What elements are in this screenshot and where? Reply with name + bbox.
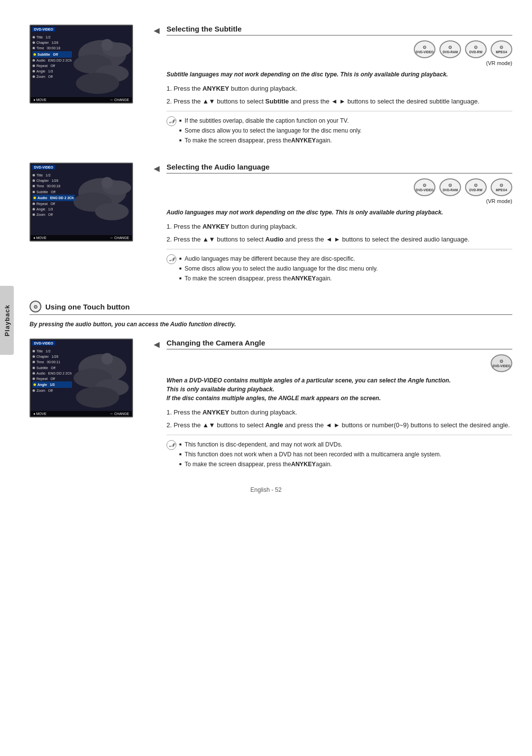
camera-steps: 1. Press the ANYKEY button during playba… (166, 408, 512, 430)
sidebar-tab: Playback (0, 286, 14, 355)
svg-point-11 (101, 177, 113, 188)
camera-note-1: This function is disc-dependent, and may… (179, 440, 441, 449)
audio-note-3: To make the screen disappear, press the … (179, 274, 378, 283)
svg-point-5 (76, 73, 119, 94)
camera-warning: When a DVD-VIDEO contains multiple angle… (166, 376, 512, 403)
badge-dvd-rw-2: ⊙DVD-RW (465, 178, 487, 196)
audio-arrow (153, 163, 163, 173)
subtitle-screenshot: DVD-VIDEO Title 1/2 Chapter 1/26 Time 00… (30, 25, 138, 103)
dvd-menu-subtitle: Title 1/2 Chapter 1/26 Time 00:00:18 Sub… (33, 34, 72, 80)
touch-heading-container: ⊙ Using one Touch button (30, 301, 512, 315)
subtitle-divider (166, 111, 512, 111)
subtitle-heading: Selecting the Subtitle (166, 25, 512, 35)
audio-step-1: 1. Press the ANYKEY button during playba… (166, 222, 512, 232)
subtitle-arrow (153, 25, 163, 35)
audio-content: Selecting the Audio language ⊙DVD-VIDEO … (166, 163, 512, 286)
touch-heading: Using one Touch button (45, 303, 130, 311)
audio-format-icons: ⊙DVD-VIDEO ⊙DVD-RAM ⊙DVD-RW ⊙MPEG4 (166, 178, 512, 196)
badge-dvd-video-1: ⊙DVD-VIDEO (414, 40, 435, 58)
audio-section: DVD-VIDEO Title 1/2 Chapter 1/26 Time 00… (30, 163, 512, 286)
page-footer: English - 52 (0, 486, 532, 508)
camera-arrow (153, 339, 163, 349)
camera-step-2: 2. Press the ▲▼ buttons to select Angle … (166, 420, 512, 430)
touch-body: By pressing the audio button, you can ac… (30, 320, 512, 329)
sidebar-label: Playback (3, 305, 11, 336)
audio-note-1: Audio languages may be different because… (179, 254, 378, 263)
camera-section: DVD-VIDEO Title 1/2 Chapter 1/26 Time 00… (30, 339, 512, 472)
subtitle-steps: 1. Press the ANYKEY button during playba… (166, 84, 512, 106)
touch-section-icon: ⊙ (30, 301, 41, 312)
svg-point-10 (95, 203, 129, 220)
svg-marker-12 (154, 166, 160, 172)
bird-background (63, 26, 132, 103)
audio-steps: 1. Press the ANYKEY button during playba… (166, 222, 512, 244)
audio-notes: Audio languages may be different because… (179, 254, 378, 284)
audio-screenshot: DVD-VIDEO Title 1/2 Chapter 1/26 Time 00… (30, 163, 138, 241)
dvd-label-camera: DVD-VIDEO (32, 341, 55, 345)
dvd-label-audio: DVD-VIDEO (32, 165, 55, 170)
dvd-bottom-camera: ♦ MOVE↔ CHANGE (31, 411, 132, 416)
audio-vr-mode: (VR mode) (166, 198, 512, 204)
dvd-screen-camera: DVD-VIDEO Title 1/2 Chapter 1/26 Time 00… (30, 339, 133, 417)
dvd-bottom-audio: ♦ MOVE↔ CHANGE (31, 235, 132, 241)
camera-note-container: 𝒩 This function is disc-dependent, and m… (166, 440, 512, 470)
dvd-bottom-subtitle: ♦ MOVE↔ CHANGE (31, 97, 132, 103)
subtitle-step-1: 1. Press the ANYKEY button during playba… (166, 84, 512, 94)
subtitle-vr-mode: (VR mode) (166, 60, 512, 66)
subtitle-warning: Subtitle languages may not work dependin… (166, 70, 512, 79)
badge-dvd-video-3: ⊙DVD-VIDEO (491, 354, 512, 372)
subtitle-notes: If the subtitles overlap, disable the ca… (179, 116, 362, 146)
dvd-screen-subtitle: DVD-VIDEO Title 1/2 Chapter 1/26 Time 00… (30, 25, 133, 103)
subtitle-section: DVD-VIDEO Title 1/2 Chapter 1/26 Time 00… (30, 25, 512, 148)
svg-marker-6 (154, 28, 160, 34)
camera-format-icons: ⊙DVD-VIDEO (166, 354, 512, 372)
subtitle-note-icon: 𝒩 (166, 116, 176, 126)
camera-note-3: To make the screen disappear, press the … (179, 460, 441, 469)
audio-note-icon: 𝒩 (166, 254, 176, 264)
camera-notes: This function is disc-dependent, and may… (179, 440, 441, 470)
audio-warning: Audio languages may not work depending o… (166, 208, 512, 217)
camera-content: Changing the Camera Angle ⊙DVD-VIDEO Whe… (166, 339, 512, 472)
svg-marker-18 (154, 342, 160, 348)
subtitle-format-icons: ⊙DVD-VIDEO ⊙DVD-RAM ⊙DVD-RW ⊙MPEG4 (166, 40, 512, 58)
audio-step-2: 2. Press the ▲▼ buttons to select Audio … (166, 235, 512, 244)
footer-text: English - 52 (250, 486, 281, 493)
subtitle-note-container: 𝒩 If the subtitles overlap, disable the … (166, 116, 512, 146)
camera-step-1: 1. Press the ANYKEY button during playba… (166, 408, 512, 417)
subtitle-note-1: If the subtitles overlap, disable the ca… (179, 116, 362, 125)
badge-dvd-ram-1: ⊙DVD-RAM (439, 40, 461, 58)
dvd-menu-audio: Title 1/2 Chapter 1/26 Time 00:00:18 Sub… (33, 172, 75, 218)
camera-heading: Changing the Camera Angle (166, 339, 512, 349)
subtitle-content: Selecting the Subtitle ⊙DVD-VIDEO ⊙DVD-R… (166, 25, 512, 148)
dvd-menu-camera: Title 1/2 Chapter 1/26 Time 00:00:11 Sub… (33, 348, 72, 394)
svg-point-4 (101, 39, 113, 50)
camera-screenshot: DVD-VIDEO Title 1/2 Chapter 1/26 Time 00… (30, 339, 138, 417)
subtitle-note-3: To make the screen disappear, press the … (179, 136, 362, 145)
camera-note-icon: 𝒩 (166, 440, 176, 450)
subtitle-note-2: Some discs allow you to select the langu… (179, 126, 362, 135)
badge-mpeg4-2: ⊙MPEG4 (491, 178, 512, 196)
subtitle-step-2: 2. Press the ▲▼ buttons to select Subtit… (166, 97, 512, 106)
dvd-label-subtitle: DVD-VIDEO (32, 27, 55, 32)
camera-note-2: This function does not work when a DVD h… (179, 450, 441, 459)
badge-mpeg4-1: ⊙MPEG4 (491, 40, 512, 58)
badge-dvd-rw-1: ⊙DVD-RW (465, 40, 487, 58)
audio-divider (166, 249, 512, 249)
audio-note-2: Some discs allow you to select the audio… (179, 264, 378, 273)
badge-dvd-ram-2: ⊙DVD-RAM (439, 178, 461, 196)
svg-point-16 (101, 353, 113, 364)
camera-divider (166, 435, 512, 435)
badge-dvd-video-2: ⊙DVD-VIDEO (414, 178, 435, 196)
dvd-screen-audio: DVD-VIDEO Title 1/2 Chapter 1/26 Time 00… (30, 163, 133, 241)
svg-point-17 (76, 387, 119, 408)
bird-background-3 (63, 340, 132, 416)
audio-heading: Selecting the Audio language (166, 163, 512, 173)
touch-section: ⊙ Using one Touch button By pressing the… (30, 301, 512, 329)
audio-note-container: 𝒩 Audio languages may be different becau… (166, 254, 512, 284)
